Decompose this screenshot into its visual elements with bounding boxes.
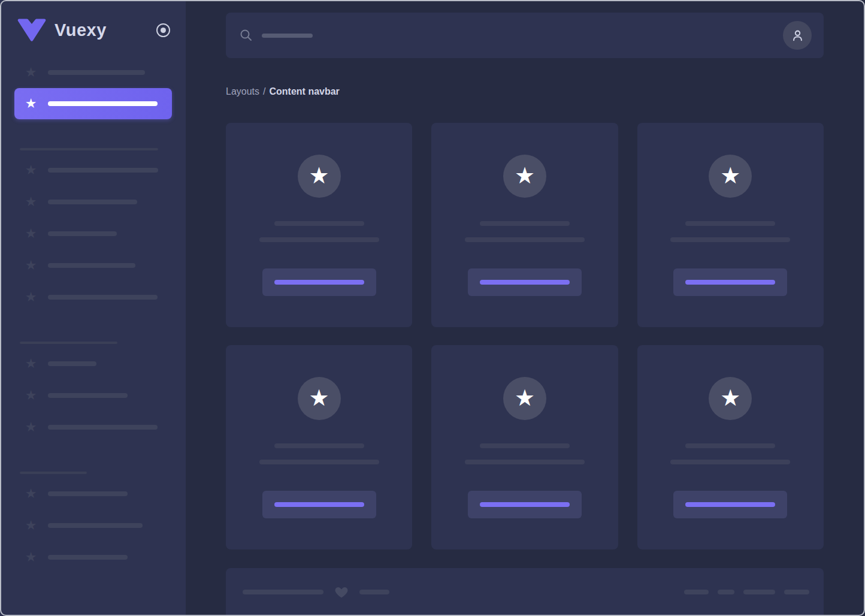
card-title-placeholder <box>480 443 570 448</box>
star-icon: ★ <box>24 357 38 370</box>
sidebar-item[interactable]: ★ <box>0 509 186 541</box>
card-title-placeholder <box>480 221 570 226</box>
footer-link-placeholder <box>718 590 734 594</box>
footer-row <box>243 584 809 600</box>
sidebar-item[interactable]: ★ <box>0 56 186 88</box>
heart-icon <box>334 584 349 600</box>
breadcrumb-current: Content navbar <box>270 86 340 96</box>
sidebar-item[interactable]: ★ <box>0 411 186 443</box>
menu-label-placeholder <box>48 168 158 173</box>
sidebar-item[interactable]: ★ <box>0 281 186 313</box>
card-subtitle-placeholder <box>465 460 585 464</box>
star-icon: ★ <box>24 487 38 500</box>
content-card: ★ <box>431 123 618 327</box>
menu-label-placeholder <box>48 70 145 75</box>
menu-label-placeholder <box>48 523 143 528</box>
menu-label-placeholder <box>48 491 128 496</box>
cards-grid: ★★★★★★ <box>226 123 824 549</box>
sidebar: Vuexy ★★★★★★★★★★★★★ <box>0 0 186 616</box>
card-action-button[interactable] <box>468 491 582 518</box>
card-avatar: ★ <box>298 155 341 198</box>
star-icon: ★ <box>309 386 329 411</box>
star-icon: ★ <box>309 164 329 189</box>
search-icon <box>239 28 253 43</box>
card-action-button[interactable] <box>673 268 787 296</box>
content-card: ★ <box>226 123 412 327</box>
content-card: ★ <box>431 345 618 549</box>
sidebar-item[interactable]: ★ <box>0 379 186 411</box>
record-circle-icon[interactable] <box>156 23 170 37</box>
menu-section-header-placeholder <box>20 342 117 344</box>
star-icon: ★ <box>24 164 38 177</box>
sidebar-item[interactable]: ★ <box>0 154 186 186</box>
menu-label-placeholder <box>48 200 137 204</box>
vuexy-logo-icon <box>17 18 47 42</box>
star-icon: ★ <box>24 66 38 79</box>
content-card: ★ <box>637 123 824 327</box>
star-icon: ★ <box>24 259 38 272</box>
sidebar-item[interactable]: ★ <box>0 218 186 249</box>
sidebar-menu: ★★★★★★★★★★★★★ <box>0 56 186 573</box>
card-action-button[interactable] <box>468 268 582 296</box>
card-subtitle-placeholder <box>670 460 790 464</box>
footer-link-placeholder <box>784 590 809 594</box>
search-navbar[interactable] <box>226 13 824 58</box>
star-icon: ★ <box>515 386 535 411</box>
star-icon: ★ <box>24 195 38 209</box>
card-avatar: ★ <box>709 155 752 198</box>
card-action-button[interactable] <box>673 491 787 518</box>
menu-label-placeholder <box>48 231 117 236</box>
sidebar-item[interactable]: ★ <box>0 478 186 509</box>
button-label-placeholder <box>480 280 570 285</box>
star-icon: ★ <box>24 519 38 532</box>
sidebar-item[interactable]: ★ <box>0 541 186 573</box>
menu-section-header-placeholder <box>20 472 87 474</box>
star-icon: ★ <box>515 164 535 189</box>
card-title-placeholder <box>274 221 364 226</box>
content-card: ★ <box>637 345 824 549</box>
star-icon: ★ <box>24 389 38 402</box>
card-avatar: ★ <box>503 377 546 420</box>
footer-card <box>226 568 824 616</box>
sidebar-item[interactable]: ★ <box>0 186 186 218</box>
breadcrumb-separator: / <box>263 86 265 96</box>
card-action-button[interactable] <box>262 268 376 296</box>
button-label-placeholder <box>685 280 775 285</box>
card-subtitle-placeholder <box>259 237 379 242</box>
button-label-placeholder <box>274 280 364 285</box>
card-title-placeholder <box>685 443 775 448</box>
footer-text-placeholder <box>359 590 389 594</box>
card-avatar: ★ <box>503 155 546 198</box>
card-action-button[interactable] <box>262 491 376 518</box>
star-icon: ★ <box>24 97 38 110</box>
main-content: Layouts/Content navbar ★★★★★★ <box>186 0 865 616</box>
card-subtitle-placeholder <box>465 237 585 242</box>
footer-link-placeholder <box>684 590 709 594</box>
card-subtitle-placeholder <box>259 460 379 464</box>
menu-label-placeholder <box>48 393 128 398</box>
star-icon: ★ <box>24 551 38 564</box>
menu-label-placeholder <box>48 263 135 268</box>
menu-section-header-placeholder <box>20 148 158 150</box>
star-icon: ★ <box>24 291 38 304</box>
breadcrumb-section[interactable]: Layouts <box>226 86 259 96</box>
search-placeholder[interactable] <box>262 34 313 38</box>
user-avatar[interactable] <box>783 21 812 50</box>
person-icon <box>790 28 806 44</box>
record-circle-dot <box>161 28 166 33</box>
breadcrumb: Layouts/Content navbar <box>226 86 824 97</box>
star-icon: ★ <box>24 421 38 434</box>
content-card: ★ <box>226 345 412 549</box>
sidebar-item[interactable]: ★ <box>0 249 186 281</box>
menu-label-placeholder <box>48 425 158 430</box>
sidebar-item-active[interactable]: ★ <box>14 88 172 119</box>
sidebar-item[interactable]: ★ <box>0 348 186 379</box>
menu-label-placeholder <box>48 555 128 560</box>
star-icon: ★ <box>24 227 38 240</box>
card-avatar: ★ <box>298 377 341 420</box>
card-title-placeholder <box>685 221 775 226</box>
brand-name: Vuexy <box>55 20 107 40</box>
card-avatar: ★ <box>709 377 752 420</box>
button-label-placeholder <box>685 502 775 507</box>
footer-link-placeholder <box>743 590 775 594</box>
